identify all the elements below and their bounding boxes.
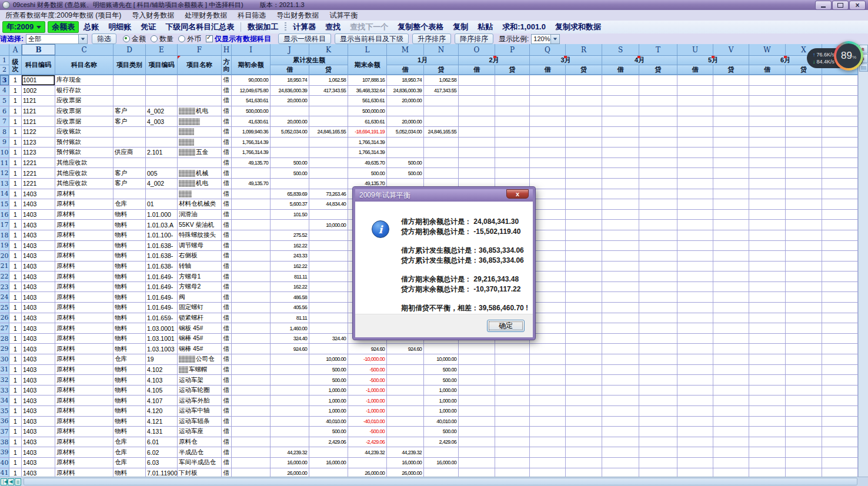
grid-cell[interactable]: 借 bbox=[222, 386, 232, 395]
row-number[interactable]: 24 bbox=[0, 292, 9, 302]
button-copy-sum[interactable]: 复制求和数据 bbox=[550, 22, 606, 32]
grid-cell[interactable] bbox=[786, 303, 822, 313]
grid-cell[interactable] bbox=[822, 437, 858, 447]
grid-cell[interactable] bbox=[822, 230, 858, 240]
grid-cell[interactable] bbox=[232, 375, 271, 385]
grid-cell[interactable]: 物料 bbox=[113, 210, 146, 220]
grid-cell[interactable] bbox=[639, 427, 677, 437]
header-credit[interactable]: 贷 bbox=[424, 65, 459, 75]
header-account-code[interactable]: 科目编码 bbox=[22, 56, 55, 75]
grid-cell[interactable]: 1403 bbox=[22, 313, 55, 323]
grid-cell[interactable]: 4_002 bbox=[146, 106, 178, 116]
grid-cell[interactable]: 借 bbox=[222, 86, 232, 96]
grid-cell[interactable]: 1 bbox=[9, 210, 22, 220]
grid-cell[interactable]: 16,000.00 bbox=[424, 458, 459, 468]
grid-cell[interactable] bbox=[713, 354, 749, 364]
grid-cell[interactable]: -1,000.00 bbox=[348, 395, 387, 405]
grid-cell[interactable]: 1,062.58 bbox=[309, 75, 348, 85]
grid-cell[interactable] bbox=[786, 437, 822, 447]
grid-cell[interactable] bbox=[786, 395, 822, 405]
grid-cell[interactable] bbox=[677, 282, 713, 292]
grid-cell[interactable] bbox=[566, 344, 602, 354]
grid-cell[interactable]: 36,468,332.64 bbox=[348, 86, 387, 96]
grid-cell[interactable]: 物料 bbox=[113, 427, 146, 437]
row-number[interactable]: 7 bbox=[0, 116, 9, 126]
grid-cell[interactable]: 运动车轮圈 bbox=[178, 386, 222, 395]
grid-cell[interactable]: 供应商 bbox=[113, 148, 146, 157]
memory-percent-ball[interactable]: 89% bbox=[834, 41, 863, 71]
grid-cell[interactable]: 物料 bbox=[113, 292, 146, 302]
button-show-level1[interactable]: 显示一级科目 bbox=[278, 33, 331, 44]
grid-cell[interactable] bbox=[749, 437, 786, 447]
grid-cell[interactable] bbox=[232, 230, 271, 240]
grid-cell[interactable] bbox=[113, 127, 146, 137]
grid-cell[interactable] bbox=[713, 417, 749, 427]
grid-cell[interactable]: 24,846,165.55 bbox=[424, 127, 459, 137]
grid-cell[interactable]: 1 bbox=[9, 354, 22, 364]
grid-cell[interactable]: 借 bbox=[222, 395, 232, 405]
grid-cell[interactable]: 1 bbox=[9, 292, 22, 302]
grid-cell[interactable] bbox=[178, 86, 222, 96]
row-number[interactable]: 21 bbox=[0, 262, 9, 272]
grid-cell[interactable] bbox=[602, 210, 639, 220]
row-number[interactable]: 38 bbox=[0, 437, 9, 447]
grid-cell[interactable]: 原材料 bbox=[55, 241, 113, 251]
grid-cell[interactable] bbox=[639, 116, 677, 126]
grid-cell[interactable]: 原材料 bbox=[55, 199, 113, 209]
grid-cell[interactable] bbox=[822, 272, 858, 281]
grid-cell[interactable] bbox=[602, 86, 639, 96]
row-number[interactable]: 15 bbox=[0, 199, 9, 209]
grid-cell[interactable] bbox=[749, 106, 786, 116]
grid-cell[interactable] bbox=[271, 427, 309, 437]
grid-cell[interactable] bbox=[677, 447, 713, 457]
grid-cell[interactable] bbox=[530, 313, 566, 323]
grid-cell[interactable]: 运动车辐条 bbox=[178, 417, 222, 427]
grid-cell[interactable] bbox=[271, 138, 309, 148]
grid-cell[interactable] bbox=[713, 375, 749, 385]
grid-cell[interactable] bbox=[459, 86, 495, 96]
grid-cell[interactable] bbox=[749, 96, 786, 106]
radio-quantity[interactable] bbox=[151, 35, 158, 42]
grid-cell[interactable] bbox=[602, 75, 639, 85]
grid-cell[interactable]: 1.01.638- bbox=[146, 241, 178, 251]
grid-cell[interactable] bbox=[677, 458, 713, 468]
grid-cell[interactable]: 1 bbox=[9, 86, 22, 96]
grid-cell[interactable] bbox=[566, 334, 602, 344]
grid-cell[interactable] bbox=[677, 272, 713, 281]
grid-cell[interactable] bbox=[713, 179, 749, 189]
grid-cell[interactable] bbox=[602, 282, 639, 292]
grid-cell[interactable] bbox=[459, 127, 495, 137]
grid-cell[interactable]: 12,049,675.80 bbox=[232, 86, 271, 96]
grid-cell[interactable] bbox=[822, 179, 858, 189]
grid-cell[interactable] bbox=[566, 138, 602, 148]
grid-cell[interactable] bbox=[639, 127, 677, 137]
grid-cell[interactable] bbox=[713, 282, 749, 292]
menu-item-export[interactable]: 导出财务数据 bbox=[271, 11, 324, 21]
grid-cell[interactable]: 应收票据 bbox=[55, 96, 113, 106]
grid-cell[interactable] bbox=[566, 158, 602, 168]
grid-cell[interactable]: 405.56 bbox=[271, 303, 309, 313]
grid-cell[interactable] bbox=[113, 189, 146, 199]
checkbox-only-data-accounts[interactable] bbox=[206, 35, 213, 42]
row-number[interactable]: 17 bbox=[0, 220, 9, 230]
grid-cell[interactable] bbox=[566, 210, 602, 220]
row-number[interactable]: 10 bbox=[0, 148, 9, 157]
grid-cell[interactable]: 1 bbox=[9, 447, 22, 457]
grid-cell[interactable]: -500.00 bbox=[348, 427, 387, 437]
grid-cell[interactable] bbox=[677, 375, 713, 385]
grid-cell[interactable] bbox=[602, 116, 639, 126]
grid-cell[interactable] bbox=[822, 148, 858, 157]
grid-cell[interactable] bbox=[232, 395, 271, 405]
grid-cell[interactable]: 借 bbox=[222, 282, 232, 292]
grid-cell[interactable] bbox=[232, 292, 271, 302]
grid-cell[interactable] bbox=[387, 365, 424, 375]
horizontal-scroll-thumb[interactable] bbox=[24, 478, 857, 485]
grid-cell[interactable]: 1,000.00 bbox=[309, 386, 348, 395]
row-number[interactable]: 16 bbox=[0, 210, 9, 220]
grid-cell[interactable]: 4.120 bbox=[146, 406, 178, 416]
grid-cell[interactable]: 借 bbox=[222, 375, 232, 385]
grid-cell[interactable] bbox=[602, 447, 639, 457]
grid-cell[interactable] bbox=[530, 168, 566, 178]
grid-cell[interactable]: 银行存款 bbox=[55, 86, 113, 96]
header-month-3[interactable]: 3月 bbox=[530, 56, 602, 65]
